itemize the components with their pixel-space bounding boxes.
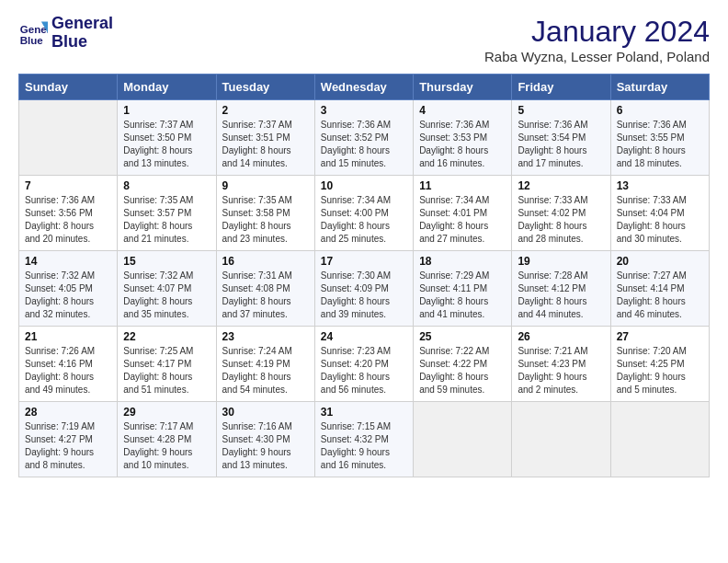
day-number: 7 (25, 179, 111, 192)
month-title: January 2024 (484, 15, 710, 49)
calendar-cell: 2Sunrise: 7:37 AMSunset: 3:51 PMDaylight… (216, 100, 314, 176)
day-info: Sunrise: 7:33 AMSunset: 4:04 PMDaylight:… (617, 194, 703, 246)
day-number: 8 (123, 179, 210, 192)
day-number: 17 (321, 255, 407, 268)
day-number: 15 (123, 255, 210, 268)
day-number: 26 (518, 330, 604, 343)
header-tuesday: Tuesday (216, 75, 314, 100)
day-info: Sunrise: 7:34 AMSunset: 4:01 PMDaylight:… (419, 194, 506, 246)
calendar-cell (610, 402, 709, 477)
day-info: Sunrise: 7:37 AMSunset: 3:50 PMDaylight:… (123, 119, 210, 170)
calendar-cell: 17Sunrise: 7:30 AMSunset: 4:09 PMDayligh… (314, 251, 413, 327)
calendar-cell (19, 100, 118, 176)
calendar-cell: 3Sunrise: 7:36 AMSunset: 3:52 PMDaylight… (314, 100, 413, 176)
calendar-table: Sunday Monday Tuesday Wednesday Thursday… (18, 74, 710, 477)
day-info: Sunrise: 7:19 AMSunset: 4:27 PMDaylight:… (25, 420, 111, 472)
calendar-cell: 11Sunrise: 7:34 AMSunset: 4:01 PMDayligh… (414, 176, 512, 251)
calendar-cell: 12Sunrise: 7:33 AMSunset: 4:02 PMDayligh… (512, 176, 610, 251)
day-number: 21 (25, 330, 111, 343)
day-info: Sunrise: 7:26 AMSunset: 4:16 PMDaylight:… (25, 345, 111, 396)
calendar-cell: 18Sunrise: 7:29 AMSunset: 4:11 PMDayligh… (414, 251, 512, 327)
calendar-cell: 1Sunrise: 7:37 AMSunset: 3:50 PMDaylight… (118, 100, 216, 176)
day-info: Sunrise: 7:33 AMSunset: 4:02 PMDaylight:… (518, 194, 604, 246)
day-number: 10 (321, 179, 407, 192)
location-title: Raba Wyzna, Lesser Poland, Poland (484, 49, 710, 64)
day-info: Sunrise: 7:36 AMSunset: 3:53 PMDaylight:… (419, 119, 506, 170)
day-number: 11 (419, 179, 506, 192)
calendar-cell: 9Sunrise: 7:35 AMSunset: 3:58 PMDaylight… (216, 176, 314, 251)
calendar-cell: 29Sunrise: 7:17 AMSunset: 4:28 PMDayligh… (118, 402, 216, 477)
day-info: Sunrise: 7:35 AMSunset: 3:58 PMDaylight:… (222, 194, 309, 246)
logo-text: General Blue (51, 15, 113, 52)
header-monday: Monday (118, 75, 216, 100)
day-info: Sunrise: 7:31 AMSunset: 4:08 PMDaylight:… (222, 270, 309, 321)
calendar-cell (512, 402, 610, 477)
day-number: 30 (222, 406, 309, 419)
calendar-cell: 20Sunrise: 7:27 AMSunset: 4:14 PMDayligh… (610, 251, 709, 327)
calendar-cell: 14Sunrise: 7:32 AMSunset: 4:05 PMDayligh… (19, 251, 118, 327)
calendar-cell: 24Sunrise: 7:23 AMSunset: 4:20 PMDayligh… (314, 327, 413, 402)
day-number: 9 (222, 179, 309, 192)
day-number: 22 (123, 330, 210, 343)
calendar-week-row: 1Sunrise: 7:37 AMSunset: 3:50 PMDaylight… (19, 100, 710, 176)
day-info: Sunrise: 7:32 AMSunset: 4:07 PMDaylight:… (123, 270, 210, 321)
day-info: Sunrise: 7:27 AMSunset: 4:14 PMDaylight:… (617, 270, 703, 321)
calendar-cell: 13Sunrise: 7:33 AMSunset: 4:04 PMDayligh… (610, 176, 709, 251)
header-wednesday: Wednesday (314, 75, 413, 100)
day-number: 5 (518, 104, 604, 117)
day-number: 1 (123, 104, 210, 117)
day-number: 29 (123, 406, 210, 419)
day-number: 2 (222, 104, 309, 117)
header-friday: Friday (512, 75, 610, 100)
weekday-header-row: Sunday Monday Tuesday Wednesday Thursday… (19, 75, 710, 100)
day-number: 18 (419, 255, 506, 268)
day-number: 31 (321, 406, 407, 419)
day-number: 3 (321, 104, 407, 117)
day-info: Sunrise: 7:23 AMSunset: 4:20 PMDaylight:… (321, 345, 407, 396)
calendar-cell: 22Sunrise: 7:25 AMSunset: 4:17 PMDayligh… (118, 327, 216, 402)
day-number: 4 (419, 104, 506, 117)
day-number: 28 (25, 406, 111, 419)
day-number: 6 (617, 104, 703, 117)
calendar-cell: 15Sunrise: 7:32 AMSunset: 4:07 PMDayligh… (118, 251, 216, 327)
calendar-cell: 21Sunrise: 7:26 AMSunset: 4:16 PMDayligh… (19, 327, 118, 402)
calendar-cell: 26Sunrise: 7:21 AMSunset: 4:23 PMDayligh… (512, 327, 610, 402)
day-number: 19 (518, 255, 604, 268)
day-number: 16 (222, 255, 309, 268)
calendar-cell: 6Sunrise: 7:36 AMSunset: 3:55 PMDaylight… (610, 100, 709, 176)
day-number: 23 (222, 330, 309, 343)
day-info: Sunrise: 7:36 AMSunset: 3:56 PMDaylight:… (25, 194, 111, 246)
day-number: 12 (518, 179, 604, 192)
title-block: January 2024 Raba Wyzna, Lesser Poland, … (484, 15, 710, 64)
day-number: 24 (321, 330, 407, 343)
calendar-cell: 7Sunrise: 7:36 AMSunset: 3:56 PMDaylight… (19, 176, 118, 251)
day-info: Sunrise: 7:32 AMSunset: 4:05 PMDaylight:… (25, 270, 111, 321)
day-info: Sunrise: 7:36 AMSunset: 3:52 PMDaylight:… (321, 119, 407, 170)
calendar-cell: 28Sunrise: 7:19 AMSunset: 4:27 PMDayligh… (19, 402, 118, 477)
calendar-cell: 25Sunrise: 7:22 AMSunset: 4:22 PMDayligh… (414, 327, 512, 402)
day-info: Sunrise: 7:17 AMSunset: 4:28 PMDaylight:… (123, 420, 210, 472)
day-info: Sunrise: 7:20 AMSunset: 4:25 PMDaylight:… (617, 345, 703, 396)
day-info: Sunrise: 7:21 AMSunset: 4:23 PMDaylight:… (518, 345, 604, 396)
calendar-cell: 5Sunrise: 7:36 AMSunset: 3:54 PMDaylight… (512, 100, 610, 176)
day-number: 27 (617, 330, 703, 343)
svg-text:Blue: Blue (20, 35, 44, 46)
calendar-cell: 23Sunrise: 7:24 AMSunset: 4:19 PMDayligh… (216, 327, 314, 402)
day-info: Sunrise: 7:29 AMSunset: 4:11 PMDaylight:… (419, 270, 506, 321)
day-number: 13 (617, 179, 703, 192)
day-info: Sunrise: 7:36 AMSunset: 3:55 PMDaylight:… (617, 119, 703, 170)
header-saturday: Saturday (610, 75, 709, 100)
day-info: Sunrise: 7:22 AMSunset: 4:22 PMDaylight:… (419, 345, 506, 396)
calendar-week-row: 7Sunrise: 7:36 AMSunset: 3:56 PMDaylight… (19, 176, 710, 251)
day-info: Sunrise: 7:35 AMSunset: 3:57 PMDaylight:… (123, 194, 210, 246)
header-sunday: Sunday (19, 75, 118, 100)
calendar-week-row: 28Sunrise: 7:19 AMSunset: 4:27 PMDayligh… (19, 402, 710, 477)
page-header: General Blue General Blue January 2024 R… (18, 15, 710, 64)
day-info: Sunrise: 7:30 AMSunset: 4:09 PMDaylight:… (321, 270, 407, 321)
header-thursday: Thursday (414, 75, 512, 100)
day-info: Sunrise: 7:28 AMSunset: 4:12 PMDaylight:… (518, 270, 604, 321)
day-number: 20 (617, 255, 703, 268)
day-info: Sunrise: 7:34 AMSunset: 4:00 PMDaylight:… (321, 194, 407, 246)
day-info: Sunrise: 7:24 AMSunset: 4:19 PMDaylight:… (222, 345, 309, 396)
day-number: 25 (419, 330, 506, 343)
